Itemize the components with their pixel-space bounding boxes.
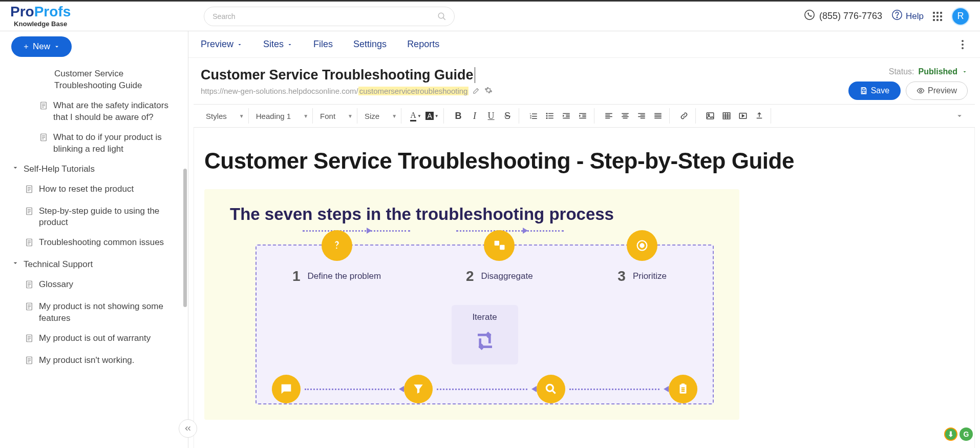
document-icon <box>39 133 48 146</box>
svg-point-48 <box>708 114 710 115</box>
tab-preview[interactable]: Preview <box>201 39 243 50</box>
preview-button[interactable]: Preview <box>906 82 968 100</box>
strikethrough-button[interactable]: S <box>500 109 515 123</box>
outdent-button[interactable] <box>559 109 573 123</box>
content-heading: Customer Service Troubleshooting - Step-… <box>204 148 964 174</box>
tree-category-tech-support[interactable]: Technical Support <box>0 255 188 275</box>
user-avatar[interactable]: R <box>951 7 970 26</box>
svg-rect-55 <box>495 241 499 246</box>
search-wrap <box>204 7 455 26</box>
expand-toolbar-button[interactable] <box>952 109 967 123</box>
svg-rect-41 <box>862 88 865 89</box>
link-button[interactable] <box>677 109 691 123</box>
svg-point-0 <box>439 13 444 18</box>
more-menu-icon[interactable] <box>957 36 968 53</box>
size-label: Size <box>365 112 379 120</box>
bg-color-button[interactable]: A▼ <box>425 109 439 123</box>
tree-item[interactable]: My product is not showing some features <box>0 297 188 329</box>
gear-icon[interactable] <box>484 86 493 96</box>
tree-item[interactable]: Glossary <box>0 275 188 297</box>
heading-label: Heading 1 <box>256 112 291 120</box>
editor-content[interactable]: Customer Service Troubleshooting - Step-… <box>194 128 975 448</box>
grammarly-badge-1[interactable]: ⬇ <box>944 427 957 441</box>
floating-badges: ⬇ G <box>944 427 973 441</box>
bullet-list-button[interactable] <box>543 109 557 123</box>
video-button[interactable] <box>736 109 750 123</box>
clipboard-icon <box>676 382 690 396</box>
font-label: Font <box>320 112 335 120</box>
search-icon[interactable] <box>437 12 446 23</box>
tab-label: Settings <box>353 39 387 50</box>
page-title-input[interactable]: Customer Service Troubleshooting Guide <box>201 67 475 83</box>
tree-item-label: My product is not showing some features <box>39 301 178 324</box>
align-left-button[interactable] <box>602 109 616 123</box>
tree-item[interactable]: What to do if your product is blinking a… <box>0 128 188 159</box>
heading-dropdown[interactable]: Heading 1▼ <box>256 112 308 120</box>
text-color-button[interactable]: A▼ <box>409 109 423 123</box>
apps-icon[interactable] <box>933 12 942 21</box>
top-tabs: Preview Sites Files Settings Reports <box>188 31 980 58</box>
step-number: 3 <box>617 268 626 284</box>
save-label: Save <box>871 86 889 95</box>
step-circle-4 <box>669 375 697 403</box>
phone-icon <box>804 9 815 23</box>
save-icon <box>860 87 868 95</box>
tab-label: Files <box>313 39 333 50</box>
plus-icon <box>23 43 30 50</box>
font-dropdown[interactable]: Font▼ <box>320 112 353 120</box>
tree-category-label: Technical Support <box>24 259 93 271</box>
underline-button[interactable]: U <box>484 109 498 123</box>
url-slug[interactable]: customerservicetroubleshooting <box>358 87 469 95</box>
help-icon <box>891 9 903 23</box>
tree-item[interactable]: Troubleshooting common issues <box>0 233 188 255</box>
edit-url-icon[interactable] <box>473 87 480 96</box>
indent-button[interactable] <box>576 109 590 123</box>
logo[interactable]: ProProfs Knowledge Base <box>10 5 71 28</box>
status-label: Status: <box>889 67 914 76</box>
tab-sites[interactable]: Sites <box>263 39 293 50</box>
tree-item[interactable]: My product isn't working. <box>0 351 188 373</box>
numbered-list-button[interactable] <box>526 109 541 123</box>
tree-item[interactable]: Customer Service Troubleshooting Guide <box>0 64 188 96</box>
tab-files[interactable]: Files <box>313 39 333 50</box>
tree-item[interactable]: How to reset the product <box>0 179 188 201</box>
save-button[interactable]: Save <box>848 82 901 100</box>
chevron-down-icon <box>53 43 60 50</box>
tree-item[interactable]: What are the safety indicators that I sh… <box>0 96 188 128</box>
iterate-label: Iterate <box>459 312 511 322</box>
bold-button[interactable]: B <box>451 109 465 123</box>
document-icon <box>25 280 34 293</box>
tree-item-label: How to reset the product <box>39 184 134 195</box>
tab-settings[interactable]: Settings <box>353 39 387 50</box>
search-input[interactable] <box>204 7 455 26</box>
styles-label: Styles <box>206 112 227 120</box>
step-circle-6 <box>404 375 433 403</box>
status-value: Published <box>919 67 957 76</box>
image-button[interactable] <box>703 109 717 123</box>
align-right-button[interactable] <box>634 109 649 123</box>
document-icon <box>25 302 34 315</box>
styles-dropdown[interactable]: Styles▼ <box>206 112 244 120</box>
table-button[interactable] <box>719 109 734 123</box>
new-button[interactable]: New <box>11 36 72 57</box>
size-dropdown[interactable]: Size▼ <box>365 112 397 120</box>
tree-category-self-help[interactable]: Self-Help Tutorials <box>0 159 188 179</box>
tree-item[interactable]: My product is out of warranty <box>0 329 188 351</box>
align-justify-button[interactable] <box>651 109 665 123</box>
grammarly-badge-2[interactable]: G <box>960 427 973 441</box>
scrollbar[interactable] <box>183 169 187 307</box>
search-icon <box>544 382 558 396</box>
tab-label: Sites <box>263 39 284 50</box>
tab-reports[interactable]: Reports <box>407 39 439 50</box>
upload-button[interactable] <box>752 109 766 123</box>
tree-item[interactable]: Step-by-step guide to using the product <box>0 201 188 233</box>
italic-button[interactable]: I <box>467 109 482 123</box>
step-circle-5 <box>537 375 565 403</box>
step-label: Disaggregate <box>481 271 532 281</box>
phone-number[interactable]: (855) 776-7763 <box>804 9 882 23</box>
help-link[interactable]: Help <box>891 9 924 23</box>
align-center-button[interactable] <box>618 109 632 123</box>
logo-pro: Pro <box>10 4 34 19</box>
status-row[interactable]: Status: Published <box>889 67 968 76</box>
collapse-sidebar-button[interactable] <box>179 419 197 438</box>
